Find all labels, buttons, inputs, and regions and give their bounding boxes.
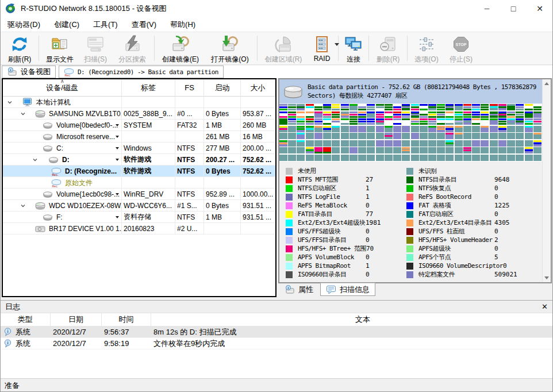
row-dropdown-icon[interactable] bbox=[116, 124, 119, 126]
menu-item-3[interactable]: 查看(V) bbox=[125, 17, 163, 32]
legend-item: HFS/HFS+ BTree+ 范围70 bbox=[286, 244, 405, 253]
chevron-down-icon[interactable] bbox=[20, 111, 26, 117]
create-region-button[interactable]: 创建区域(R) bbox=[259, 34, 308, 64]
legend-value: 1 bbox=[366, 185, 370, 192]
view-tab-1[interactable]: Rec.D: (Recognized0) -> Basic data parti… bbox=[59, 66, 224, 78]
row-dropdown-icon[interactable] bbox=[116, 147, 119, 149]
row-dropdown-icon[interactable] bbox=[116, 216, 119, 218]
tree-cell-fs: FAT32 bbox=[175, 120, 204, 130]
legend-label: APFS个节点 bbox=[418, 253, 494, 262]
tree-cell-name: Volume{1ecb0c98-... bbox=[3, 189, 122, 199]
log-close-icon[interactable]: ✕ bbox=[542, 303, 548, 310]
legend-value: 70 bbox=[366, 245, 374, 252]
chevron-down-icon[interactable] bbox=[7, 99, 13, 105]
legend-swatch bbox=[286, 245, 293, 252]
chevron-down-icon[interactable] bbox=[20, 203, 26, 209]
raid-dropdown-icon[interactable] bbox=[335, 43, 339, 46]
legend-swatch bbox=[286, 194, 293, 201]
tree-cell-start: 277 MB bbox=[204, 143, 241, 153]
tree-column-header-3[interactable]: 启动 bbox=[204, 79, 241, 96]
legend-value: 4305 bbox=[494, 219, 510, 226]
legend-item: APFS超级块0 bbox=[406, 244, 542, 253]
legend-value: 77 bbox=[366, 210, 373, 218]
device-name: 原始文件 bbox=[65, 179, 93, 187]
tree-row-volume-0bedecf0-[interactable]: Volume{0bedecf0-...SYSTEMFAT321 MB260 MB bbox=[3, 120, 275, 131]
menu-item-4[interactable]: 帮助(H) bbox=[163, 17, 202, 32]
options-button[interactable]: 选项(O) bbox=[409, 34, 444, 64]
scroll-down-icon[interactable] bbox=[544, 276, 549, 279]
log-row-0[interactable]: i系统2020/12/79:56:378m 12s 的 D: 扫描已完成 bbox=[0, 326, 553, 338]
legend-swatch bbox=[406, 168, 413, 175]
log-column-header-0[interactable]: 类型 bbox=[0, 313, 51, 326]
toolbar-button-label: RAID bbox=[314, 55, 331, 63]
tree-row-volume-1ecb0c98-[interactable]: Volume{1ecb0c98-...WinRE_DRVNTFS952.89 .… bbox=[3, 189, 275, 200]
tree-column-header-4[interactable]: 大小 bbox=[241, 79, 275, 96]
menu-item-0[interactable]: 驱动器(D) bbox=[1, 17, 47, 32]
tree-row--[interactable]: Rec.原始文件 bbox=[3, 177, 275, 189]
statusbar: 准备 bbox=[0, 378, 553, 392]
log-column-header-2[interactable]: 时间 bbox=[102, 313, 151, 326]
row-dropdown-icon[interactable] bbox=[116, 136, 119, 138]
legend-value: 1225 bbox=[494, 202, 510, 209]
legend-item: 未使用 bbox=[286, 167, 405, 175]
scroll-up-icon[interactable] bbox=[544, 82, 549, 85]
tree-row-br17-device-v1-00-1-[interactable]: BR17 DEVICE V1.00 1....20160823#2 U... bbox=[3, 223, 275, 235]
tree-cell-start: 200.27 ... bbox=[204, 154, 241, 165]
minimize-button[interactable]: ─ bbox=[474, 0, 500, 17]
tree-column-header-1[interactable]: 标签 bbox=[122, 79, 175, 96]
log-column-header-3[interactable]: 文本 bbox=[151, 313, 553, 326]
tree-cell-start bbox=[204, 177, 241, 188]
toolbar-button-label: 显示文件 bbox=[46, 55, 74, 64]
tree-cell-name: Microsoft reserve... bbox=[3, 131, 122, 142]
toolbar-button-label: 选项(O) bbox=[414, 55, 438, 64]
chevron-down-icon[interactable] bbox=[32, 157, 38, 163]
panel-tab-0[interactable]: i属性 bbox=[279, 283, 318, 296]
menu-item-2[interactable]: 工具(T) bbox=[86, 17, 125, 32]
tree-row-d-[interactable]: D:软件游戏NTFS200.27 ...752.62 ... bbox=[3, 154, 275, 166]
log-column-header-1[interactable]: 日期 bbox=[51, 313, 102, 326]
tree-row-samsung-mzvlb1t0-[interactable]: SAMSUNG MZVLB1T0...0025_388B_9...#0 ...0… bbox=[3, 108, 275, 120]
device-name: BR17 DEVICE V1.00 1.... bbox=[49, 225, 122, 233]
create-image-button[interactable]: 创建镜像(E) bbox=[156, 34, 205, 64]
maximize-button[interactable]: □ bbox=[500, 0, 527, 17]
tree-cell-start: 1 MB bbox=[204, 120, 241, 130]
close-button[interactable]: ✕ bbox=[527, 0, 553, 17]
legend-swatch bbox=[406, 263, 413, 270]
scan-block-map[interactable] bbox=[279, 104, 542, 162]
log-row-1[interactable]: i系统2020/12/79:58:19文件枚举在9秒内完成 bbox=[0, 338, 553, 349]
legend-swatch bbox=[406, 176, 413, 183]
tree-row-f-[interactable]: F:资料存储NTFS1 MB931.51 ... bbox=[3, 212, 275, 223]
refresh-button[interactable]: 刷新(R) bbox=[2, 34, 37, 64]
view-tab-0[interactable]: i设备视图 bbox=[2, 66, 56, 78]
stop-icon: STOP bbox=[452, 35, 470, 53]
tree-row-microsoft-reserve-[interactable]: Microsoft reserve...261 MB16 MB bbox=[3, 131, 275, 143]
connect-button[interactable]: 连接 bbox=[340, 34, 367, 64]
legend-swatch bbox=[286, 237, 293, 244]
scan-button[interactable]: 扫描(S) bbox=[79, 34, 112, 64]
properties-icon: i bbox=[285, 285, 295, 294]
panel-tab-1[interactable]: 扫描信息 bbox=[320, 283, 375, 296]
row-dropdown-icon[interactable] bbox=[116, 193, 119, 195]
partition-search-button[interactable]: 分区搜索 bbox=[112, 34, 152, 64]
legend-label: UFS/FFS 柱面组 bbox=[418, 227, 494, 236]
legend-item: APFS VolumeBlock0 bbox=[286, 253, 405, 262]
volume-icon bbox=[48, 155, 59, 164]
tree-row-d-recognize-[interactable]: Rec.D: (Recognize...软件游戏NTFS0 Bytes752.6… bbox=[3, 166, 275, 177]
legend-label: FAT 表格项 bbox=[418, 201, 494, 210]
stop-button[interactable]: STOP停止(S) bbox=[444, 34, 478, 64]
scan-scrollbar[interactable] bbox=[542, 79, 551, 282]
open-image-button[interactable]: 打开镜像(O) bbox=[205, 34, 255, 64]
tree-column-header-2[interactable]: FS bbox=[175, 79, 204, 96]
show-files-button[interactable]: 显示文件 bbox=[41, 34, 79, 64]
menu-item-1[interactable]: 创建(C) bbox=[47, 17, 86, 32]
raid-button[interactable]: RAID bbox=[308, 34, 336, 64]
legend-swatch bbox=[286, 202, 293, 209]
tree-row-c-[interactable]: C:WindowsNTFS277 MB200.00 ... bbox=[3, 143, 275, 154]
tree-row--[interactable]: 本地计算机 bbox=[3, 97, 275, 108]
disk-icon bbox=[35, 109, 45, 118]
legend-swatch bbox=[286, 168, 293, 175]
row-dropdown-icon[interactable] bbox=[116, 159, 119, 161]
delete-button[interactable]: 删除(R) bbox=[371, 34, 405, 64]
tree-cell-size: 953.87 ... bbox=[241, 108, 275, 119]
tree-row-wdc-wd10ezex-08w-[interactable]: WDC WD10EZEX-08W...WD-WCC6Y6...#1 S...0 … bbox=[3, 200, 275, 212]
